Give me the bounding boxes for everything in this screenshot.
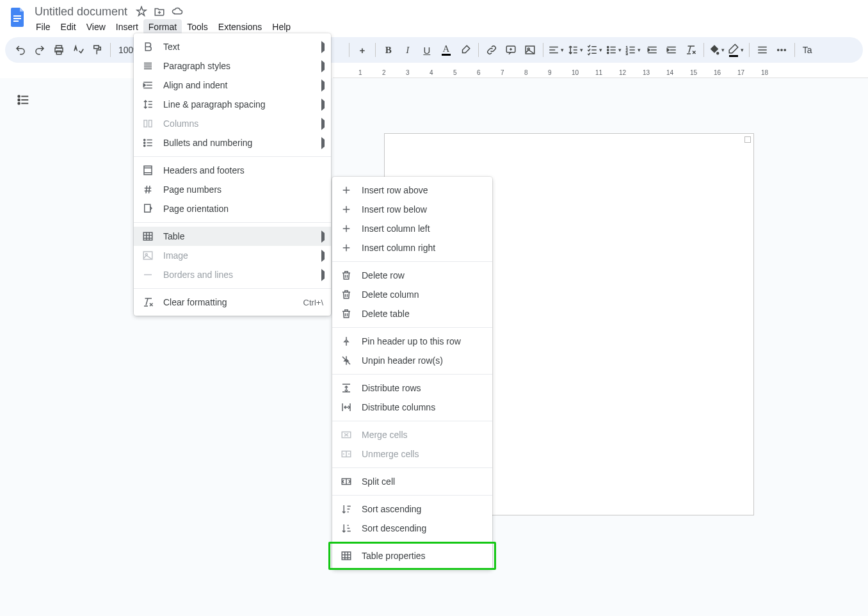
- cloud-icon[interactable]: [170, 4, 185, 19]
- highlight-button[interactable]: [456, 41, 474, 59]
- menu-item-label: Insert column right: [362, 243, 435, 253]
- svg-rect-26: [145, 204, 150, 212]
- menu-view[interactable]: View: [81, 19, 111, 35]
- svg-point-18: [784, 49, 785, 51]
- print-button[interactable]: [50, 41, 68, 59]
- spellcheck-button[interactable]: [69, 41, 87, 59]
- menu-item-label: Sort ascending: [362, 504, 421, 514]
- move-icon[interactable]: [152, 4, 167, 19]
- submenu-arrow-icon: [321, 120, 325, 127]
- svg-point-24: [144, 145, 145, 146]
- bold-icon: [141, 40, 154, 53]
- menu-edit[interactable]: Edit: [56, 19, 81, 35]
- svg-point-11: [607, 49, 609, 51]
- clear-format-button[interactable]: [682, 41, 700, 59]
- format-headers-and-footers[interactable]: Headers and footers: [134, 161, 331, 180]
- border-color-button[interactable]: [727, 41, 745, 59]
- svg-rect-2: [13, 20, 19, 22]
- outline-button[interactable]: [13, 90, 33, 110]
- ruler[interactable]: 123456789101112131415161718: [333, 68, 868, 78]
- table-pin-header-up-to-this-row[interactable]: Pin header up to this row: [332, 332, 492, 351]
- table-table-properties[interactable]: Table properties: [332, 546, 492, 565]
- format-align-and-indent[interactable]: Align and indent: [134, 76, 331, 95]
- format-text[interactable]: Text: [134, 37, 331, 56]
- svg-rect-25: [144, 166, 152, 175]
- menu-tools[interactable]: Tools: [182, 19, 213, 35]
- merge-icon: [340, 428, 353, 441]
- comment-button[interactable]: [502, 41, 520, 59]
- format-page-numbers[interactable]: Page numbers: [134, 180, 331, 199]
- menu-item-label: Table properties: [362, 551, 426, 561]
- italic-button[interactable]: I: [399, 41, 417, 59]
- bullets-button[interactable]: [605, 41, 623, 59]
- menu-item-label: Page orientation: [163, 204, 229, 214]
- star-icon[interactable]: [134, 4, 149, 19]
- format-paragraph-styles[interactable]: Paragraph styles: [134, 56, 331, 76]
- line-spacing-button[interactable]: [567, 41, 584, 59]
- table-insert-row-above[interactable]: Insert row above: [332, 181, 492, 200]
- paint-format-button[interactable]: [88, 41, 106, 59]
- page-tab-icon[interactable]: [744, 136, 751, 143]
- menu-format[interactable]: Format: [143, 19, 182, 35]
- indent-icon: [141, 79, 154, 92]
- table-insert-column-left[interactable]: Insert column left: [332, 219, 492, 238]
- table-insert-row-below[interactable]: Insert row below: [332, 200, 492, 219]
- add-button[interactable]: +: [353, 41, 371, 59]
- docs-logo[interactable]: [5, 4, 31, 29]
- link-button[interactable]: [483, 41, 501, 59]
- svg-rect-1: [13, 18, 21, 19]
- svg-point-23: [144, 142, 145, 143]
- table-unmerge-cells: Unmerge cells: [332, 444, 492, 464]
- menu-insert[interactable]: Insert: [111, 19, 143, 35]
- doc-title[interactable]: Untitled document: [31, 4, 131, 20]
- table-delete-column[interactable]: Delete column: [332, 285, 492, 304]
- indent-increase-button[interactable]: [663, 41, 680, 59]
- svg-rect-0: [13, 15, 21, 17]
- redo-button[interactable]: [31, 41, 49, 59]
- table-sort-descending[interactable]: Sort descending: [332, 519, 492, 538]
- table-delete-table[interactable]: Delete table: [332, 304, 492, 323]
- undo-button[interactable]: [12, 41, 29, 59]
- menu-item-label: Line & paragraph spacing: [163, 99, 266, 109]
- trash-icon: [340, 307, 353, 320]
- checklist-button[interactable]: [586, 41, 604, 59]
- submenu-arrow-icon: [321, 233, 325, 240]
- menu-file[interactable]: File: [31, 19, 56, 35]
- table-sort-ascending[interactable]: Sort ascending: [332, 499, 492, 519]
- menu-item-label: Sort descending: [362, 523, 426, 533]
- numbered-button[interactable]: 123: [624, 41, 642, 59]
- menu-extensions[interactable]: Extensions: [213, 19, 267, 35]
- menu-item-label: Table: [163, 231, 184, 241]
- distcol-icon: [340, 401, 353, 414]
- underline-button[interactable]: U: [418, 41, 436, 59]
- format-bullets-and-numbering[interactable]: Bullets and numbering: [134, 133, 331, 152]
- hash-icon: [141, 183, 154, 196]
- linespace-icon: [141, 98, 154, 111]
- align-button[interactable]: [547, 41, 565, 59]
- svg-rect-6: [94, 45, 99, 49]
- format-columns: Columns: [134, 114, 331, 133]
- table-distribute-columns[interactable]: Distribute columns: [332, 398, 492, 417]
- svg-point-21: [18, 102, 20, 104]
- submenu-arrow-icon: [321, 63, 325, 70]
- menu-button[interactable]: [773, 41, 791, 59]
- text-color-button[interactable]: A: [437, 41, 455, 59]
- table-distribute-rows[interactable]: Distribute rows: [332, 378, 492, 398]
- trash-icon: [340, 288, 353, 301]
- table-split-cell[interactable]: Split cell: [332, 472, 492, 491]
- format-line-paragraph-spacing[interactable]: Line & paragraph spacing: [134, 95, 331, 114]
- format-table[interactable]: Table: [134, 227, 331, 246]
- table-unpin-header-row-s-[interactable]: Unpin header row(s): [332, 351, 492, 370]
- format-clear-formatting[interactable]: Clear formattingCtrl+\: [134, 293, 331, 312]
- indent-decrease-button[interactable]: [643, 41, 661, 59]
- format-page-orientation[interactable]: Page orientation: [134, 199, 331, 218]
- border-style-button[interactable]: [753, 41, 771, 59]
- bold-button[interactable]: B: [380, 41, 398, 59]
- menu-item-label: Distribute columns: [362, 402, 435, 412]
- table-delete-row[interactable]: Delete row: [332, 266, 492, 285]
- fill-color-button[interactable]: [708, 41, 726, 59]
- table-insert-column-right[interactable]: Insert column right: [332, 238, 492, 257]
- table-submenu: Insert row aboveInsert row belowInsert c…: [332, 177, 492, 569]
- image-button[interactable]: [521, 41, 539, 59]
- menu-help[interactable]: Help: [267, 19, 296, 35]
